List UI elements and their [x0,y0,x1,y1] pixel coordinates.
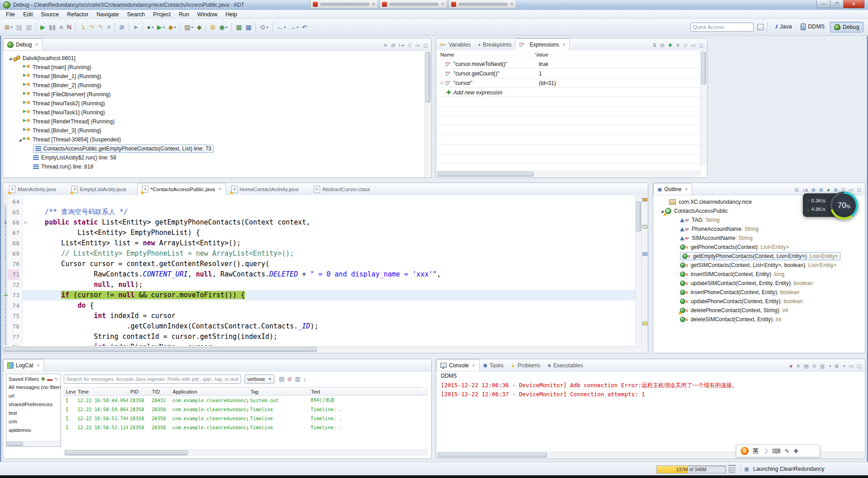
logcat-scroll-to-end-icon[interactable]: ↓ [303,374,307,384]
column-name[interactable]: Name [437,52,533,57]
outline-item-method[interactable]: SgetEmptyPhoneContacts(Context, List<Ent… [654,252,864,261]
terminate-button[interactable]: ■ [58,22,64,33]
overview-mark-warning[interactable] [642,198,647,202]
ime-tool-icon[interactable]: ✎ [784,448,789,455]
outline-collapse-all-icon[interactable]: ⊟ [795,187,799,192]
expression-row[interactable]: x+y=?"cursor.getCount()"1 [437,69,701,78]
column-value[interactable]: Value [533,52,548,57]
debug-maximize-icon[interactable]: ◻ [424,42,428,48]
logcat-column-time[interactable]: Time [76,388,128,395]
console-open-console-dropdown[interactable]: ▾ [843,364,845,368]
thread-row[interactable]: Thread [Binder_2] (Running) [4,81,424,90]
outline-hide-static-members-icon[interactable]: ⊘ [819,187,823,192]
logcat-save-log-icon[interactable]: ▤ [279,374,284,384]
android-sdk-manager-button[interactable]: ▦ [235,22,243,33]
close-icon[interactable]: ✕ [684,187,688,192]
ime-tool-icon[interactable]: ✚ [793,448,798,455]
back-button[interactable]: ←▾ [275,22,287,33]
logcat-filter-item[interactable]: All messages (no filters) [6,383,61,392]
close-icon[interactable]: ✕ [472,363,476,368]
outline-item-method[interactable]: SdeleteSIMContact(Context, Entity) : int [654,315,864,324]
logcat-column-text[interactable]: Text [309,388,418,395]
perspective-java-button[interactable]: JJava [771,22,795,32]
coverage-dropdown[interactable]: ▾ [191,25,193,29]
menu-help[interactable]: Help [222,10,241,19]
logcat-horizontal-scrollbar[interactable] [64,450,428,456]
coverage-button[interactable]: ▧▾ [183,22,194,33]
console-terminate-console-icon[interactable]: ■ [789,363,793,369]
fold-toggle-icon[interactable]: ⊖ [23,217,28,228]
tab-outline[interactable]: ▣ Outline ✕ [653,183,692,195]
outline-sort-az-icon[interactable]: ↓a [802,187,808,192]
console-open-console-icon[interactable]: ⊞ [835,363,839,369]
editor-tab-homecontactactivityjava[interactable]: JHomeContactActivity.java [227,183,302,195]
thread-row[interactable]: Thread [Binder_1] (Running) [4,72,424,81]
menu-search[interactable]: Search [123,10,149,19]
logcat-filter-item[interactable]: apidemos [6,426,61,435]
expr-maximize-icon[interactable]: ◻ [699,42,703,48]
print-button[interactable]: ▥ [24,22,33,33]
back-dropdown[interactable]: ▾ [284,25,286,29]
logcat-row[interactable]: I12-22 16:58:50.8642835828358com.example… [64,405,428,414]
close-icon[interactable]: ✕ [372,2,375,6]
run-button[interactable]: ▶▾ [156,22,166,33]
debug-dropdown[interactable]: ▾ [151,25,153,29]
ime-logo-icon[interactable]: S [741,447,749,455]
heap-status-gauge[interactable]: 137M of 346M [656,465,726,473]
last-edit-location-button[interactable]: ↶ [301,22,309,33]
launch-status-text[interactable]: Launching CleanRedundancy [753,466,824,472]
menu-run[interactable]: Run [175,10,193,19]
external-tools-dropdown[interactable]: ▾ [174,25,176,29]
new-wizard-dropdown[interactable]: ▾ [11,25,13,29]
close-icon[interactable]: ✕ [510,2,514,6]
logcat-column-tag[interactable]: Tag [249,388,309,395]
disconnect-button[interactable]: N [66,22,73,33]
outline-item-method[interactable]: SupdateSIMContact(Context, Entity, Entit… [654,279,864,288]
console-display-selected-console-icon[interactable]: ▥ [820,363,825,369]
thread-row[interactable]: Thread [Binder_3] (Running) [4,126,424,135]
tree-expander[interactable]: ▷ [439,81,445,85]
ime-tool-icon[interactable]: ☽ [763,448,768,455]
tab-tasks[interactable]: ▣Tasks [480,360,507,371]
edit-filter-icon[interactable]: ✎ [54,377,58,382]
step-over-button[interactable]: ↷ [88,22,96,33]
save-button[interactable]: ▤ [15,22,24,33]
tab-logcat[interactable]: LogCat ✕ [3,359,44,371]
tab-console[interactable]: Console✕ [436,359,480,371]
close-icon[interactable]: ✕ [218,187,222,192]
menu-file[interactable]: File [2,10,19,19]
background-window-tab[interactable]: ✕ [448,0,516,9]
logcat-filter-item[interactable]: test [6,409,61,417]
step-into-button[interactable]: ↴ [79,22,87,33]
overview-ruler[interactable] [641,195,648,346]
editor-body[interactable]: 6465 /** 查询空号码联系人 */↳66⊖ public static L… [3,195,648,346]
menu-source[interactable]: Source [37,10,63,19]
editor-horizontal-scrollbar[interactable] [3,346,648,352]
editor-tab-mainactivityjava[interactable]: JMainActivity.java [5,183,60,195]
thread-row[interactable]: ◢Thread [Thread-30854] (Suspended) [4,135,424,144]
skip-all-breakpoints-button[interactable]: ⊘ [118,22,126,33]
tab-breakpoints[interactable]: ●Breakpoints [475,39,515,50]
android-avd-manager-button[interactable]: ▦ [244,22,253,33]
filters-horizontal-scrollbar[interactable] [6,441,61,446]
add-expression-row[interactable]: ✚Add new expression [437,88,701,97]
debug-minimize-icon[interactable]: ▭ [415,42,420,48]
quick-access-input[interactable] [690,23,754,32]
outline-item-method[interactable]: SinsertSIMContact(Context, Entity) : lon… [654,270,864,279]
logcat-clear-log-icon[interactable]: ⊘ [287,374,292,384]
menu-project[interactable]: Project [149,10,175,19]
expr-add-expression-icon[interactable]: ✚ [668,42,672,48]
expressions-vertical-scrollbar[interactable] [700,50,707,165]
logcat-row[interactable]: I12-22 16:58:52.1142835828358com.example… [64,423,428,432]
thread-row[interactable]: Thread [main] (Running) [4,63,424,72]
console-display-selected-console-dropdown[interactable]: ▾ [829,364,831,368]
outline-item-method[interactable]: SdeletePhoneContact(Context, String) : i… [654,306,864,315]
stack-frame-row[interactable]: ContactsAccessPublic.getEmptyPhoneContac… [4,144,424,153]
forward-button[interactable]: →▾ [288,22,300,33]
use-step-filters-button[interactable]: ≡ [105,22,112,33]
debug-target-row[interactable]: ◢Dalvik[localhost:8601] [4,54,424,63]
expr-view-menu-icon[interactable]: ▽ [684,42,687,48]
close-button[interactable]: ✕ [844,0,864,8]
tab-problems[interactable]: ▲Problems [507,360,544,371]
background-window-tab[interactable]: ✕ [310,0,378,9]
